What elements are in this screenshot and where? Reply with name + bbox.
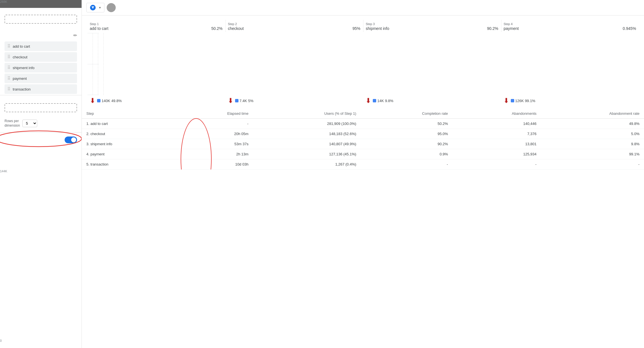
- step-name-row: shipment info 90.2%: [366, 26, 498, 31]
- step-name-row: checkout 95%: [228, 26, 361, 31]
- bar-column: [87, 33, 92, 95]
- sidebar: ✏ ⠿add to cart⠿checkout⠿shipment info⠿pa…: [0, 0, 82, 348]
- funnel-dropdown[interactable]: ▾: [86, 3, 104, 12]
- bars-grid: [87, 33, 99, 95]
- step-label: Step 4: [504, 22, 636, 26]
- step-label: Step 1: [90, 22, 223, 26]
- table-cell: 127,136 (45.1%): [253, 149, 361, 159]
- table-cell: 20h 05m: [174, 129, 253, 139]
- table-cell: -: [361, 159, 452, 169]
- table-cell: 49.8%: [541, 119, 644, 129]
- drop-info: 140K 49.8%: [97, 99, 122, 103]
- funnel-steps-header: Step 1 add to cart 50.2% Step 2 checkout…: [87, 20, 638, 32]
- table-header: Users (% of Step 1): [253, 109, 361, 119]
- drop-indicators-row: ⬇ 140K 49.8% ⬇ 7.4K 5% ⬇ 14K 9.8% ⬇ 126K…: [87, 95, 638, 106]
- table-cell: 3. shipment info: [82, 139, 174, 149]
- step-label: Step 2: [228, 22, 361, 26]
- drop-indicator: ⬇ 140K 49.8%: [87, 97, 225, 104]
- elapsed-time-toggle[interactable]: [65, 136, 77, 143]
- drop-count: 7.4K: [240, 99, 247, 103]
- down-arrow-icon: ⬇: [90, 97, 95, 104]
- dimension-drop-zone[interactable]: [5, 103, 77, 112]
- drop-pct: 5%: [248, 99, 253, 103]
- table-cell: 5. transaction: [82, 159, 174, 169]
- drop-pct: 49.8%: [111, 99, 122, 103]
- table-cell: 140,446: [452, 119, 541, 129]
- table-cell: 90.2%: [361, 139, 452, 149]
- drop-info: 7.4K 5%: [235, 99, 254, 103]
- drop-color-box: [97, 99, 100, 102]
- table-cell: 13,801: [452, 139, 541, 149]
- funnel-step-header: Step 4 payment 0.945%: [501, 20, 639, 32]
- table-cell: -: [174, 119, 253, 129]
- funnel-step-header: Step 2 checkout 95%: [225, 20, 363, 32]
- table-header: Abandonments: [452, 109, 541, 119]
- funnel-step-header: Step 1 add to cart 50.2%: [87, 20, 225, 32]
- table-head: StepElapsed timeUsers (% of Step 1)Compl…: [82, 109, 644, 119]
- steps-header: ✏: [0, 28, 82, 40]
- step-item[interactable]: ⠿shipment info: [5, 63, 77, 72]
- table-cell: 53m 37s: [174, 139, 253, 149]
- edit-icon[interactable]: ✏: [73, 33, 77, 38]
- drop-color-box: [511, 99, 514, 102]
- step-item[interactable]: ⠿checkout: [5, 52, 77, 62]
- elapsed-time-section: [0, 132, 82, 147]
- table-cell: 2. checkout: [82, 129, 174, 139]
- step-name: checkout: [13, 55, 27, 59]
- table-row: 2. checkout20h 05m148,183 (52.6%)95.0%7,…: [82, 129, 644, 139]
- step-name: payment: [13, 76, 27, 81]
- table-cell: 4. payment: [82, 149, 174, 159]
- drop-info: 14K 9.8%: [373, 99, 393, 103]
- chevron-down-icon: ▾: [99, 6, 101, 10]
- table-header: Abandonment rate: [541, 109, 644, 119]
- table-cell: 281,909 (100.0%): [253, 119, 361, 129]
- drop-pct: 99.1%: [525, 99, 535, 103]
- table-wrapper: StepElapsed timeUsers (% of Step 1)Compl…: [82, 106, 644, 169]
- step-item[interactable]: ⠿payment: [5, 74, 77, 83]
- segment-comparisons-label: [0, 8, 82, 15]
- avatar-button[interactable]: [107, 3, 116, 12]
- main-content: ▾ Step 1 add to cart 50.2% Step 2 checko…: [82, 0, 644, 348]
- table-cell: 148,183 (52.6%): [253, 129, 361, 139]
- step-rate: 95%: [352, 26, 360, 31]
- drop-count: 14K: [377, 99, 384, 103]
- table-cell: 2h 13m: [174, 149, 253, 159]
- steps-list: ⠿add to cart⠿checkout⠿shipment info⠿paym…: [0, 40, 82, 95]
- step-rate: 50.2%: [211, 26, 223, 31]
- table-cell: 140,807 (49.9%): [253, 139, 361, 149]
- step-label: Step 3: [366, 22, 498, 26]
- table-cell: 50.2%: [361, 119, 452, 129]
- table-cell: -: [452, 159, 541, 169]
- down-arrow-icon: ⬇: [365, 97, 371, 104]
- table-row: 1. add to cart-281,909 (100.0%)50.2%140,…: [82, 119, 644, 129]
- bar-column: [98, 33, 103, 95]
- step-name: checkout: [228, 26, 244, 31]
- step-name: add to cart: [90, 26, 108, 31]
- table-cell: 0.9%: [361, 149, 452, 159]
- step-rate: 0.945%: [623, 26, 636, 31]
- step-rate: 90.2%: [487, 26, 498, 31]
- step-name-row: add to cart 50.2%: [90, 26, 223, 31]
- table-cell: 1,267 (0.4%): [253, 159, 361, 169]
- toolbar: ▾: [82, 0, 644, 16]
- table-cell: 7,376: [452, 129, 541, 139]
- rows-per-dimension-select[interactable]: 5 10 25: [22, 120, 37, 127]
- drop-color-box: [235, 99, 238, 102]
- rows-per-dimension: Rows perdimension 5 10 25: [0, 117, 82, 132]
- table-cell: 10d 03h: [174, 159, 253, 169]
- bars-container: [87, 33, 99, 95]
- table-cell: 95.0%: [361, 129, 452, 139]
- add-tab-button[interactable]: [118, 3, 127, 12]
- funnel-table: StepElapsed timeUsers (% of Step 1)Compl…: [82, 109, 644, 169]
- drop-count: 140K: [102, 99, 110, 103]
- breakdown-label: [0, 96, 82, 103]
- segment-drop-zone[interactable]: [5, 15, 77, 24]
- table-row: 5. transaction10d 03h1,267 (0.4%)---: [82, 159, 644, 169]
- drop-indicator: ⬇ 14K 9.8%: [363, 97, 501, 104]
- drop-info: 126K 99.1%: [511, 99, 535, 103]
- step-item[interactable]: ⠿transaction: [5, 84, 77, 94]
- step-item[interactable]: ⠿add to cart: [5, 41, 77, 51]
- step-name: shipment info: [13, 66, 34, 70]
- table-cell: 99.1%: [541, 149, 644, 159]
- drop-indicator: ⬇ 7.4K 5%: [225, 97, 363, 104]
